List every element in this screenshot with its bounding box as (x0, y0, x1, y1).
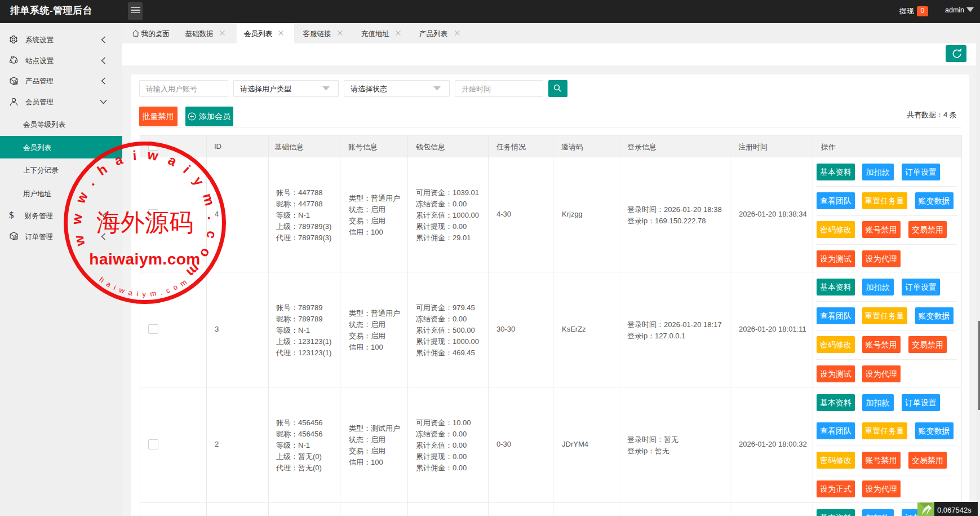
svg-text:haiwaiym.com: haiwaiym.com (89, 250, 200, 268)
svg-text:海外源码: 海外源码 (96, 209, 193, 236)
